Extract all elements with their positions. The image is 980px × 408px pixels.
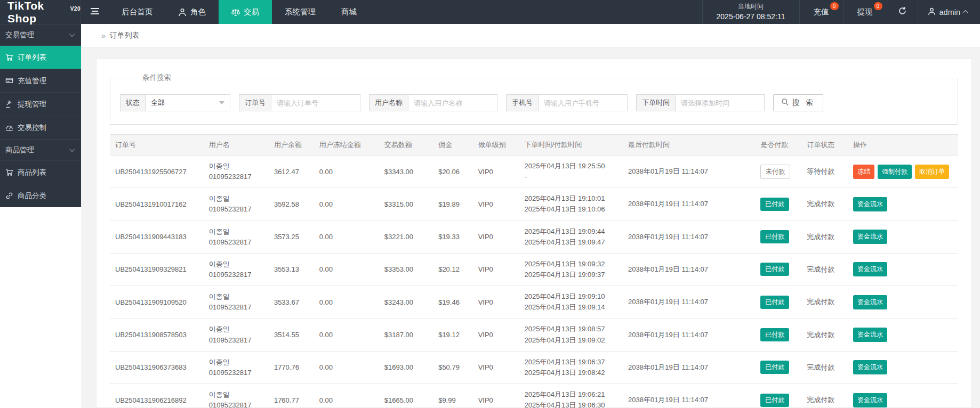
sidebar-toggle-button[interactable]	[81, 0, 109, 24]
top-nav: 后台首页角色交易系统管理商城	[109, 0, 369, 24]
app-logo: TikTok Shop V20	[0, 0, 81, 24]
frozen-cell: 0.00	[314, 351, 379, 383]
sidebar-item-label: 交易控制	[18, 123, 46, 133]
last-pay-time-cell: 2038年01月19日 11:14:07	[623, 188, 755, 221]
order-time-input[interactable]	[675, 94, 765, 111]
column-header: 用户名	[204, 135, 269, 156]
top-nav-item-系统管理[interactable]: 系统管理	[272, 0, 328, 24]
top-nav-label: 交易	[244, 7, 259, 17]
status-label: 状态	[120, 94, 145, 111]
frozen-cell: 0.00	[314, 383, 379, 408]
sidebar-item-充值管理[interactable]: 充值管理	[0, 69, 81, 92]
last-pay-time-cell: 2038年01月19日 11:14:07	[623, 351, 755, 383]
pay-status-cell: 已付款	[755, 253, 801, 285]
action-button-强制付款[interactable]: 强制付款	[878, 165, 912, 179]
actions-cell: 资金流水	[848, 319, 958, 351]
user-name-label: 用户名称	[369, 94, 408, 111]
top-nav-label: 后台首页	[122, 7, 152, 17]
status-selected-value: 全部	[151, 98, 165, 108]
sidebar-item-商品分类[interactable]: 商品分类	[0, 184, 81, 207]
chevron-up-icon	[962, 10, 968, 15]
actions-cell: 资金流水	[848, 286, 958, 319]
order-no-cell: UB2504131925506727	[110, 156, 204, 188]
user-phone-text: 01095232817	[209, 237, 266, 248]
order-no-filter: 订单号	[239, 94, 360, 111]
recharge-link[interactable]: 充值 0	[799, 0, 843, 24]
commission-cell: $19.12	[433, 319, 472, 351]
status-select[interactable]: 全部	[145, 94, 230, 111]
sidebar-item-label: 充值管理	[18, 76, 46, 86]
pay-time-text: 2025年04月13日 19:06:30	[525, 400, 620, 408]
chevron-down-icon	[69, 146, 75, 152]
sidebar: 交易管理订单列表充值管理提现管理交易控制商品管理商品列表商品分类	[0, 24, 81, 408]
action-button-资金流水[interactable]: 资金流水	[853, 328, 887, 342]
action-button-资金流水[interactable]: 资金流水	[853, 230, 887, 244]
order-status-cell: 完成付款	[801, 286, 848, 319]
chevron-down-icon	[69, 31, 75, 37]
amount-cell: $3243.00	[379, 286, 433, 319]
sidebar-item-商品列表[interactable]: 商品列表	[0, 160, 81, 184]
action-button-资金流水[interactable]: 资金流水	[853, 295, 887, 309]
withdraw-link[interactable]: 提现 0	[843, 0, 887, 24]
sidebar-item-提现管理[interactable]: 提现管理	[0, 92, 81, 116]
actions-cell: 资金流水	[848, 188, 958, 221]
search-button[interactable]: 搜 索	[773, 94, 823, 111]
sidebar-item-label: 提现管理	[18, 100, 46, 109]
actions-cell: 冻结强制付款取消订单	[848, 156, 958, 188]
cart-icon	[5, 53, 13, 61]
user-cell: 이종일01095232817	[204, 188, 269, 221]
action-button-取消订单[interactable]: 取消订单	[915, 165, 949, 179]
search-icon	[781, 98, 789, 108]
pay-status-cell: 已付款	[755, 221, 801, 253]
phone-filter: 手机号	[506, 94, 628, 111]
top-nav-item-交易[interactable]: 交易	[219, 0, 272, 24]
withdraw-label: 提现	[857, 7, 873, 17]
user-phone-text: 01095232817	[209, 172, 266, 182]
sidebar-group-交易管理[interactable]: 交易管理	[0, 24, 81, 45]
order-time-cell: 2025年04月13日 19:06:372025年04月13日 19:08:42	[519, 351, 623, 383]
sidebar-menu: 交易管理订单列表充值管理提现管理交易控制商品管理商品列表商品分类	[0, 24, 81, 207]
action-button-资金流水[interactable]: 资金流水	[853, 262, 887, 276]
content-area: 条件搜索 状态 全部 订单号 用户名称	[81, 48, 980, 408]
user-name-input[interactable]	[408, 94, 497, 111]
top-nav-item-角色[interactable]: 角色	[165, 0, 219, 24]
action-button-资金流水[interactable]: 资金流水	[853, 393, 887, 407]
order-time-text: 2025年04月13日 19:06:21	[525, 389, 620, 400]
pay-status-cell: 已付款	[755, 286, 801, 319]
refresh-button[interactable]	[887, 0, 918, 24]
commission-cell: $19.33	[433, 221, 472, 253]
pay-status-badge: 已付款	[760, 263, 789, 276]
order-time-text: 2025年04月13日 19:08:57	[525, 324, 620, 334]
last-pay-time-cell: 2038年01月19日 11:14:07	[623, 319, 755, 351]
action-button-冻结[interactable]: 冻结	[853, 165, 874, 179]
user-phone-text: 01095232817	[209, 400, 266, 408]
action-button-资金流水[interactable]: 资金流水	[853, 360, 887, 374]
order-status-cell: 完成付款	[801, 253, 848, 285]
sidebar-item-交易控制[interactable]: 交易控制	[0, 116, 81, 139]
column-header: 最后付款时间	[623, 135, 755, 156]
action-button-资金流水[interactable]: 资金流水	[853, 197, 887, 211]
balance-cell: 3573.25	[269, 221, 314, 253]
top-nav-item-商城[interactable]: 商城	[328, 0, 369, 24]
user-menu[interactable]: admin	[918, 0, 980, 24]
sidebar-item-订单列表[interactable]: 订单列表	[0, 45, 81, 69]
commission-cell: $19.89	[433, 188, 472, 221]
user-cell: 이종일01095232817	[204, 383, 269, 408]
level-cell: VIP0	[473, 319, 519, 351]
order-time-text: 2025年04月13日 19:09:32	[525, 259, 620, 270]
order-status-cell: 完成付款	[801, 383, 848, 408]
pay-status-badge: 已付款	[760, 296, 789, 309]
column-header: 下单时间/付款时间	[519, 135, 623, 156]
order-no-input[interactable]	[271, 94, 360, 111]
pay-status-badge: 已付款	[760, 198, 789, 211]
refresh-icon	[898, 6, 907, 18]
top-nav-item-后台首页[interactable]: 后台首页	[109, 0, 165, 24]
order-no-cell: UB2504131909109520	[110, 286, 204, 319]
pay-status-cell: 未付款	[755, 156, 801, 188]
user-name-text: 이종일	[209, 389, 266, 400]
phone-input[interactable]	[538, 94, 628, 111]
withdraw-count-badge: 0	[874, 2, 882, 10]
orders-table: 订单号用户名用户余额用户冻结金额交易数额佣金做单级别下单时间/付款时间最后付款时…	[110, 134, 958, 408]
last-pay-time-cell: 2038年01月19日 11:14:07	[623, 156, 755, 188]
sidebar-group-商品管理[interactable]: 商品管理	[0, 139, 81, 160]
